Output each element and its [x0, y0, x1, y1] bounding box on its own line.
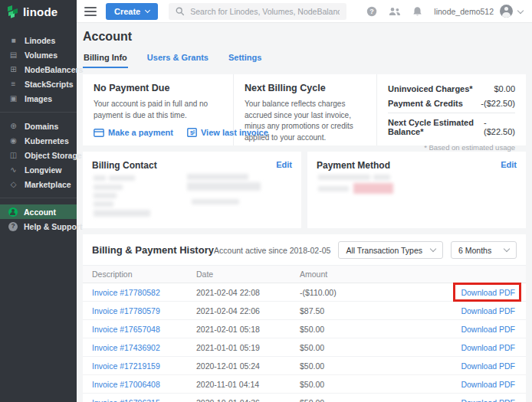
menu-icon[interactable]: [84, 7, 97, 16]
sidebar-item-nodebalancers[interactable]: ⊞NodeBalancers: [0, 62, 77, 77]
marketplace-icon: ◇: [8, 179, 18, 189]
download-pdf-link[interactable]: Download PDF: [461, 380, 515, 389]
tab-billing-info[interactable]: Billing Info: [83, 49, 128, 68]
linodes-icon: ■: [8, 35, 18, 45]
tab-settings[interactable]: Settings: [228, 49, 262, 68]
invoice-link[interactable]: Invoice #16796315: [92, 398, 160, 402]
help-icon[interactable]: ?: [366, 6, 377, 17]
download-pdf-link[interactable]: Download PDF: [461, 343, 515, 352]
column-header-description[interactable]: Description: [83, 266, 196, 283]
account-menu-chevron-icon[interactable]: [517, 7, 524, 13]
invoice-amount: $87.50: [300, 302, 409, 320]
billing-total-row: Payment & Credits-($22.50): [388, 96, 515, 110]
column-header-actions: [409, 266, 526, 283]
billing-history-table: Description Date Amount Invoice #1778058…: [83, 265, 526, 402]
invoice-amount: $50.00: [300, 357, 409, 375]
invoice-link[interactable]: Invoice #17780582: [92, 288, 160, 297]
invoice-row: Invoice #170064082020-11-01 04:14$50.00D…: [83, 375, 526, 394]
invoice-row: Invoice #172191592020-12-01 05:24$50.00D…: [83, 357, 526, 375]
object-storage-icon: ◫: [8, 150, 18, 160]
sidebar-item-account[interactable]: Account: [0, 204, 77, 219]
sidebar-item-help-support[interactable]: ?Help & Support: [0, 219, 77, 234]
sidebar-item-longview[interactable]: ∿Longview: [0, 162, 77, 177]
invoice-icon: $: [187, 128, 197, 137]
billing-total-row: Next Cycle Estimated Balance*-($22.50): [388, 113, 515, 139]
search-input[interactable]: [190, 7, 340, 16]
transaction-type-value: All Transaction Types: [346, 246, 422, 255]
download-pdf-link[interactable]: Download PDF: [461, 361, 515, 371]
invoice-date: 2020-11-01 04:14: [196, 375, 300, 394]
search-bar[interactable]: [169, 3, 346, 20]
sidebar-item-volumes[interactable]: ▤Volumes: [0, 47, 77, 62]
make-a-payment-link[interactable]: Make a payment: [94, 128, 173, 137]
invoice-row: Invoice #174369022021-01-01 05:19$50.00D…: [83, 338, 526, 357]
username[interactable]: linode_demo512: [434, 7, 494, 16]
column-header-amount[interactable]: Amount: [300, 266, 409, 283]
linode-logo[interactable]: linode: [0, 0, 77, 23]
invoice-date: 2021-01-01 05:19: [196, 338, 300, 357]
no-payment-due-text: Your account is paid in full and no paym…: [94, 99, 222, 121]
billing-history-title: Billing & Payment History: [92, 244, 214, 256]
invoice-date: 2021-02-04 22:06: [196, 302, 300, 320]
redacted-text: [94, 185, 123, 190]
invoice-date: 2021-02-01 05:18: [196, 320, 300, 338]
logo-text: linode: [23, 5, 57, 18]
invoice-link[interactable]: Invoice #17219159: [92, 361, 160, 371]
invoice-link[interactable]: Invoice #17780579: [92, 306, 160, 315]
page-title: Account: [83, 30, 526, 44]
sidebar-item-label: Marketplace: [25, 180, 71, 189]
download-pdf-link[interactable]: Download PDF: [461, 306, 515, 315]
domains-icon: ⊕: [8, 121, 18, 131]
invoice-row: Invoice #167963152020-10-01 04:36$50.00D…: [83, 394, 526, 402]
sidebar-item-images[interactable]: ▣Images: [0, 91, 77, 106]
billing-total-value: -($22.50): [481, 99, 515, 108]
chevron-down-icon: [145, 7, 150, 12]
sidebar-item-domains[interactable]: ⊕Domains: [0, 119, 77, 133]
redacted-text: [109, 175, 135, 181]
time-range-value: 6 Months: [458, 246, 491, 255]
sidebar-item-kubernetes[interactable]: ◉Kubernetes: [0, 133, 77, 148]
longview-icon: ∿: [8, 165, 18, 175]
sidebar-item-label: Volumes: [25, 51, 57, 60]
billing-total-label: Uninvoiced Charges*: [388, 84, 473, 93]
redacted-text: [192, 199, 239, 204]
download-pdf-link[interactable]: Download PDF: [461, 398, 515, 402]
invoice-date: 2021-02-04 22:08: [196, 283, 300, 302]
sidebar-item-object-storage[interactable]: ◫Object Storage: [0, 148, 77, 162]
invoice-link[interactable]: Invoice #17657048: [92, 325, 160, 334]
svg-text:?: ?: [370, 8, 375, 15]
column-header-date[interactable]: Date: [196, 266, 300, 283]
download-pdf-link[interactable]: Download PDF: [461, 288, 515, 297]
tab-users-grants[interactable]: Users & Grants: [146, 49, 209, 68]
avatar[interactable]: [500, 5, 513, 18]
create-button[interactable]: Create: [106, 3, 158, 20]
redacted-text: [187, 174, 248, 180]
billing-totals-section: Uninvoiced Charges*$0.00Payment & Credit…: [377, 74, 526, 145]
invoice-link[interactable]: Invoice #17006408: [92, 380, 160, 389]
payment-method-edit-button[interactable]: Edit: [501, 160, 517, 169]
community-icon[interactable]: [389, 7, 401, 16]
invoice-link[interactable]: Invoice #17436902: [92, 343, 160, 352]
time-range-select[interactable]: 6 Months: [451, 241, 517, 259]
make-a-payment-label: Make a payment: [108, 128, 173, 137]
account-icon: [8, 208, 18, 217]
next-billing-cycle-text: Your balance reflects charges accrued si…: [245, 99, 366, 143]
redacted-text: [373, 175, 390, 180]
top-bar-main: Create ? linode_demo512: [77, 0, 532, 23]
search-icon: [176, 7, 185, 16]
notifications-icon[interactable]: [412, 6, 422, 17]
redacted-text: [318, 175, 370, 180]
sidebar-item-linodes[interactable]: ■Linodes: [0, 33, 77, 47]
download-pdf-link[interactable]: Download PDF: [461, 325, 515, 334]
billing-history-card: Billing & Payment History Account active…: [83, 234, 526, 402]
create-button-label: Create: [114, 7, 140, 16]
billing-contact-edit-button[interactable]: Edit: [276, 160, 292, 169]
sidebar-item-marketplace[interactable]: ◇Marketplace: [0, 177, 77, 191]
sidebar-item-label: Help & Support: [24, 222, 82, 231]
transaction-type-select[interactable]: All Transaction Types: [338, 241, 443, 259]
sidebar-item-label: Domains: [25, 122, 58, 131]
invoice-amount: -($110.00): [300, 283, 409, 302]
payment-card-icon: [94, 129, 104, 137]
sidebar-item-label: Linodes: [25, 36, 55, 45]
sidebar-item-stackscripts[interactable]: ≡StackScripts: [0, 77, 77, 91]
